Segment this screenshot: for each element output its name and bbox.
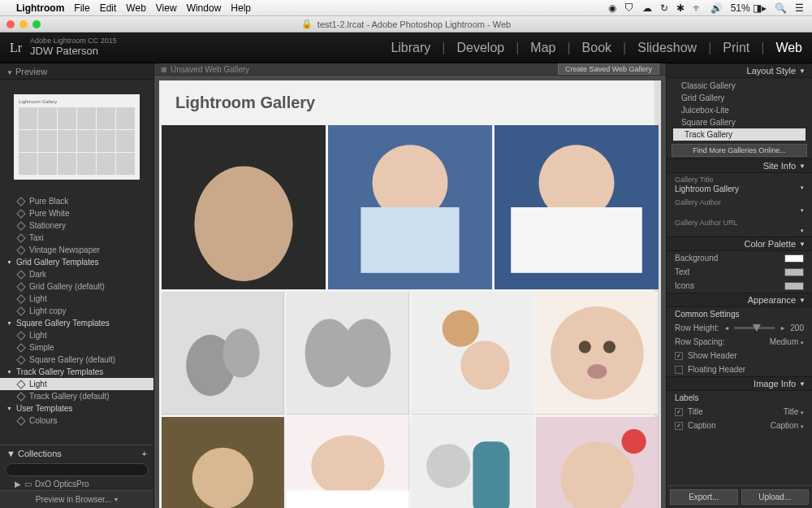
icons-swatch[interactable] xyxy=(784,282,804,290)
template-item[interactable]: Light copy xyxy=(0,305,153,317)
gallery-title-field[interactable]: Gallery Title Lightroom Gallery▾ xyxy=(667,173,812,196)
sync-icon[interactable]: ↻ xyxy=(660,2,668,14)
gallery-photo[interactable] xyxy=(495,125,659,289)
title-checkbox-row[interactable]: ✓TitleTitle ▾ xyxy=(667,405,812,419)
collection-item[interactable]: ▶▭DxO OpticsPro xyxy=(0,478,153,490)
layout-style-item[interactable]: Square Gallery xyxy=(670,116,809,128)
gallery-rows xyxy=(159,125,661,508)
module-print[interactable]: Print xyxy=(723,41,749,55)
template-item[interactable]: Vintage Newspaper xyxy=(0,244,153,256)
gallery-photo[interactable] xyxy=(287,292,409,415)
volume-icon[interactable]: 🔊 xyxy=(710,2,723,14)
menu-edit[interactable]: Edit xyxy=(100,2,117,14)
template-item[interactable]: Stationery xyxy=(0,219,153,232)
template-item[interactable]: Dark xyxy=(0,268,153,280)
menu-icon[interactable]: ☰ xyxy=(795,2,804,14)
background-color-row[interactable]: Background xyxy=(667,251,812,265)
collections-header[interactable]: ▼ Collections + xyxy=(0,445,153,462)
template-item[interactable]: Track Gallery (default) xyxy=(0,390,153,402)
template-item[interactable]: Square Gallery (default) xyxy=(0,354,153,366)
floating-header-checkbox[interactable]: Floating Header xyxy=(667,363,812,376)
template-folder[interactable]: ▼Track Gallery Templates xyxy=(0,366,153,378)
template-item[interactable]: Light xyxy=(0,293,153,305)
app-menu[interactable]: Lightroom xyxy=(16,2,64,14)
layout-style-header[interactable]: Layout Style▼ xyxy=(667,63,812,78)
export-button[interactable]: Export... xyxy=(670,489,738,505)
caption-checkbox-row[interactable]: ✓CaptionCaption ▾ xyxy=(667,419,812,432)
gallery-photo[interactable] xyxy=(536,417,659,508)
status-icon[interactable]: ⛉ xyxy=(624,2,634,14)
search-icon[interactable]: 🔍 xyxy=(775,2,787,14)
gallery-photo[interactable] xyxy=(412,292,534,415)
create-saved-gallery-button[interactable]: Create Saved Web Gallery xyxy=(558,63,659,75)
window-titlebar: 🔒 test1-2.lrcat - Adobe Photoshop Lightr… xyxy=(0,16,812,33)
layout-style-item[interactable]: Juicebox-Lite xyxy=(670,104,809,116)
show-header-checkbox[interactable]: ✓Show Header xyxy=(667,349,812,363)
layout-style-item[interactable]: Track Gallery xyxy=(673,128,806,141)
layout-style-item[interactable]: Classic Gallery xyxy=(670,80,809,92)
image-info-header[interactable]: Image Info▼ xyxy=(667,376,812,391)
menu-help[interactable]: Help xyxy=(231,2,251,14)
row-height-slider[interactable]: Row Height: ◄► 200 xyxy=(667,321,812,335)
window-close-button[interactable] xyxy=(6,20,15,28)
svg-rect-4 xyxy=(361,207,459,273)
find-more-galleries-button[interactable]: Find More Galleries Online... xyxy=(672,144,807,157)
icons-color-row[interactable]: Icons xyxy=(667,279,812,293)
template-item[interactable]: Pure White xyxy=(0,207,153,219)
preview-panel-header[interactable]: ▼ Preview xyxy=(0,63,153,80)
window-minimize-button[interactable] xyxy=(19,20,28,28)
module-map[interactable]: Map xyxy=(530,41,555,55)
preview-in-browser-button[interactable]: Preview in Browser... ▾ xyxy=(0,490,153,508)
gallery-photo[interactable] xyxy=(536,292,659,415)
svg-point-16 xyxy=(460,341,509,389)
module-web[interactable]: Web xyxy=(775,41,802,55)
gallery-photo[interactable] xyxy=(162,125,326,289)
menu-web[interactable]: Web xyxy=(126,2,145,14)
cloud-icon[interactable]: ☁ xyxy=(642,2,652,14)
site-info-header[interactable]: Site Info▼ xyxy=(667,158,812,173)
appearance-header[interactable]: Appearance▼ xyxy=(667,293,812,307)
template-item[interactable]: Taxi xyxy=(0,232,153,244)
text-color-row[interactable]: Text xyxy=(667,265,812,279)
menu-window[interactable]: Window xyxy=(187,2,222,14)
background-swatch[interactable] xyxy=(784,254,804,263)
collections-search-input[interactable] xyxy=(5,463,149,476)
add-collection-button[interactable]: + xyxy=(142,449,147,458)
row-spacing-dropdown[interactable]: Row Spacing:Medium ▾ xyxy=(667,335,812,349)
color-palette-header[interactable]: Color Palette▼ xyxy=(667,237,812,251)
left-panel: ▼ Preview Lightroom Gallery Pure BlackPu… xyxy=(0,63,154,508)
template-item[interactable]: Colours xyxy=(0,415,153,427)
template-folder[interactable]: ▼Square Gallery Templates xyxy=(0,317,153,329)
web-gallery-preview[interactable]: Lightroom Gallery xyxy=(159,80,661,508)
template-folder[interactable]: ▼User Templates xyxy=(0,402,153,415)
gallery-photo[interactable] xyxy=(412,417,534,508)
common-settings-label: Common Settings xyxy=(667,307,812,321)
module-library[interactable]: Library xyxy=(391,41,430,55)
gallery-photo[interactable] xyxy=(162,292,284,415)
template-item[interactable]: Grid Gallery (default) xyxy=(0,280,153,293)
template-item[interactable]: Light xyxy=(0,378,153,390)
menu-view[interactable]: View xyxy=(156,2,177,14)
template-item[interactable]: Simple xyxy=(0,341,153,354)
gallery-photo[interactable] xyxy=(162,417,284,508)
bluetooth-icon[interactable]: ✱ xyxy=(676,2,685,14)
module-develop[interactable]: Develop xyxy=(456,41,504,55)
gallery-author-field[interactable]: Gallery Author ▾ xyxy=(667,196,812,216)
module-slideshow[interactable]: Slideshow xyxy=(637,41,697,55)
gallery-photo[interactable] xyxy=(328,125,492,289)
template-folder[interactable]: ▼Grid Gallery Templates xyxy=(0,256,153,268)
wifi-icon[interactable]: ᯤ xyxy=(693,2,702,14)
window-maximize-button[interactable] xyxy=(32,20,41,28)
layout-style-item[interactable]: Grid Gallery xyxy=(670,92,809,104)
text-swatch[interactable] xyxy=(784,268,804,276)
upload-button[interactable]: Upload... xyxy=(741,489,810,505)
menu-file[interactable]: File xyxy=(74,2,89,14)
gallery-author-url-field[interactable]: Gallery Author URL ▾ xyxy=(667,216,812,237)
template-item[interactable]: Light xyxy=(0,329,153,341)
window-title-text: test1-2.lrcat - Adobe Photoshop Lightroo… xyxy=(317,20,511,29)
template-item[interactable]: Pure Black xyxy=(0,195,153,207)
battery-status[interactable]: 51% ◨▸ xyxy=(731,2,767,14)
status-icon[interactable]: ◉ xyxy=(608,2,616,14)
gallery-photo[interactable] xyxy=(287,417,409,508)
module-book[interactable]: Book xyxy=(582,41,611,55)
